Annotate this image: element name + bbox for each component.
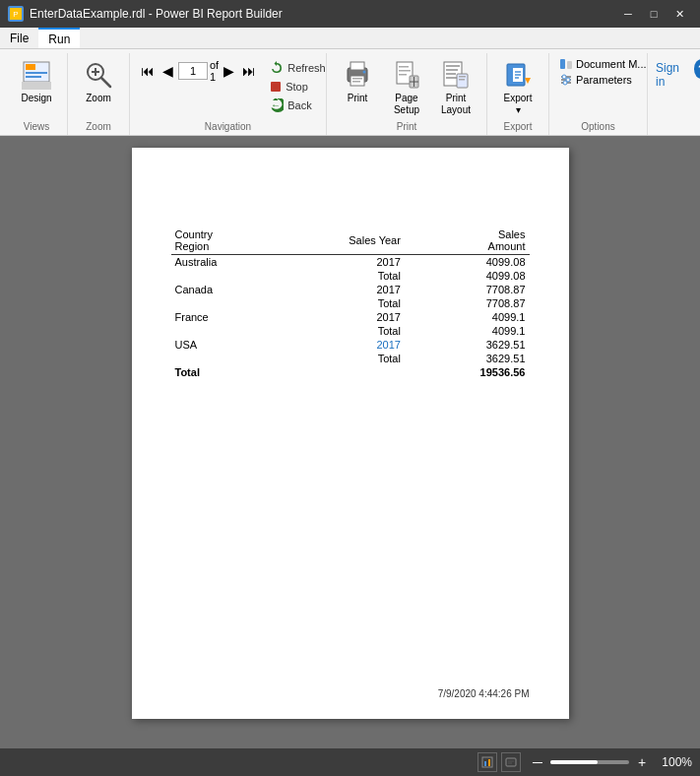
ribbon-print-content: Print PageSetup [335,53,478,121]
svg-point-45 [562,75,566,79]
ribbon-views-content: Design [14,53,59,121]
main-content-area: CountryRegion Sales Year SalesAmount Aus… [0,136,700,748]
cell-year: 2017 [295,310,405,324]
back-button[interactable]: ← Back [265,97,331,114]
page-setup-button[interactable]: PageSetup [384,55,429,120]
print-icon [342,59,373,91]
cell-year: 2017 [295,338,405,352]
back-label: Back [287,99,311,111]
document-map-option[interactable]: Document M... [557,57,650,71]
zoom-label: Zoom [86,93,111,104]
svg-rect-17 [352,81,360,83]
maximize-button[interactable]: □ [641,0,667,28]
cell-year: Total [295,352,405,365]
cell-amount: 4099.1 [405,324,530,338]
print-label: Print [348,93,368,104]
status-icon-1 [477,752,497,772]
last-page-button[interactable]: ⏭ [239,61,259,81]
svg-rect-21 [399,70,411,72]
minimize-button[interactable]: ─ [615,0,641,28]
menu-run[interactable]: Run [38,28,80,48]
zoom-plus-button[interactable]: + [633,753,651,771]
title-bar-left: P EnterDataExample.rdl - Power BI Report… [8,6,283,22]
close-button[interactable]: ✕ [667,0,692,28]
ribbon: Design Views Zoom Zoom [0,49,700,136]
print-layout-button[interactable]: PrintLayout [433,55,478,120]
cell-country: USA [171,338,296,352]
table-row: Australia 2017 4099.08 [171,255,530,270]
export-button[interactable]: Export▾ [495,55,541,120]
header-country: CountryRegion [171,226,296,255]
design-button[interactable]: Design [14,55,59,108]
title-bar: P EnterDataExample.rdl - Power BI Report… [0,0,700,28]
refresh-button[interactable]: Refresh [265,59,331,77]
page-setup-label: PageSetup [394,93,419,116]
ribbon-nav-content: ⏮ ◀ of 1 ▶ ⏭ Refresh Stop [138,53,331,121]
cell-country [171,324,296,338]
cell-year: Total [295,324,405,338]
zoom-icon [83,59,114,91]
zoom-slider[interactable] [550,760,629,764]
print-layout-icon [440,59,472,91]
cell-total-amount: 19536.56 [405,365,530,379]
zoom-button[interactable]: Zoom [76,55,121,108]
zoom-level-label: 100% [655,755,692,769]
cell-total-year [295,365,405,379]
nav-actions: Refresh Stop ← Back [265,55,331,114]
zoom-minus-button[interactable]: ─ [529,753,546,771]
sign-in-button[interactable]: Sign in [652,59,688,91]
export-icon [502,59,534,91]
options-group-label: Options [557,121,639,135]
next-page-button[interactable]: ▶ [221,61,237,81]
parameters-label: Parameters [576,74,632,86]
table-row: Total 4099.1 [171,324,530,338]
nav-controls: ⏮ ◀ of 1 ▶ ⏭ [138,59,259,83]
parameters-option[interactable]: Parameters [557,73,650,87]
refresh-label: Refresh [287,62,326,74]
cell-amount: 7708.87 [405,296,530,310]
svg-rect-29 [446,73,456,75]
ribbon-group-zoom: Zoom Zoom [68,53,130,135]
stop-label: Stop [286,81,308,93]
help-button[interactable]: ? [694,59,701,79]
cell-country [171,352,296,365]
first-page-button[interactable]: ⏮ [138,61,158,81]
svg-rect-22 [399,74,407,76]
svg-marker-39 [525,78,531,84]
page-of-label: of 1 [210,59,219,83]
cell-amount: 3629.51 [405,338,530,352]
svg-rect-48 [482,757,492,767]
ribbon-zoom-content: Zoom [76,53,121,121]
svg-rect-33 [459,79,465,81]
menu-bar: File Run [0,28,700,49]
menu-file[interactable]: File [0,28,38,48]
header-year: Sales Year [295,226,405,255]
cell-country [171,296,296,310]
status-bar: ─ + 100% [0,748,700,776]
cell-year: 2017 [295,255,405,270]
print-button[interactable]: Print [335,55,380,108]
ribbon-options-content: Document M... Parameters [557,53,650,121]
zoom-control: ─ + 100% [529,753,692,771]
table-row: Total 4099.08 [171,269,530,283]
table-row: Total 3629.51 [171,352,530,365]
ribbon-group-print: Print PageSetup [327,53,487,135]
page-number-input[interactable] [178,62,208,80]
print-group-label: Print [335,121,478,135]
cell-total-label: Total [171,365,296,379]
svg-rect-51 [506,758,516,766]
svg-rect-28 [446,69,458,71]
navigation-group-label: Navigation [138,121,318,135]
cell-amount: 3629.51 [405,352,530,365]
table-row: USA 2017 3629.51 [171,338,530,352]
export-group-label: Export [495,121,541,135]
table-header-row: CountryRegion Sales Year SalesAmount [171,226,530,255]
ribbon-group-export: Export▾ Export [487,53,549,135]
usa-year-link[interactable]: 2017 [376,339,400,351]
header-amount: SalesAmount [405,226,530,255]
cell-amount: 7708.87 [405,283,530,296]
svg-rect-14 [350,62,364,70]
previous-page-button[interactable]: ◀ [159,61,176,81]
stop-button[interactable]: Stop [265,79,331,95]
svg-point-47 [563,81,567,85]
